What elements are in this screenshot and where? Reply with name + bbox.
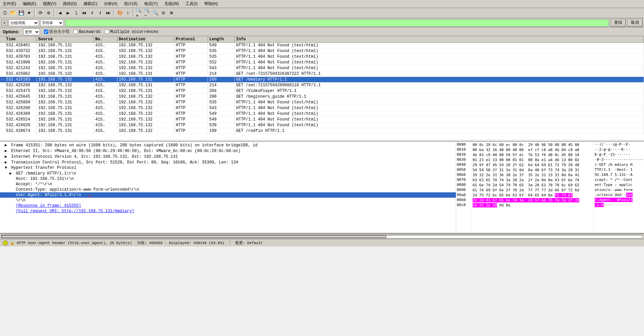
tb-layout[interactable]: ⊞ bbox=[168, 9, 175, 17]
range-select[interactable]: 宽窄 bbox=[23, 29, 40, 35]
tb-zoom-out[interactable]: 🔍− bbox=[144, 9, 151, 17]
case-sensitive-cb[interactable]: 区分大小写 bbox=[44, 29, 69, 35]
hex-ascii-line: ation/x- www-form bbox=[595, 188, 643, 193]
ethernet-item[interactable]: ▶ Ethernet II, Src: VMware_40:96:50 (00:… bbox=[0, 148, 456, 154]
menu-file[interactable]: 文件(E) bbox=[1, 1, 17, 7]
col-proto[interactable]: Protocol bbox=[174, 36, 208, 42]
menu-analyze[interactable]: 分析(A) bbox=[103, 1, 119, 7]
menu-tools[interactable]: 工具(I) bbox=[184, 1, 199, 7]
tb-first[interactable]: ⏮ bbox=[80, 9, 88, 17]
col-source[interactable]: Source bbox=[37, 36, 94, 42]
horizontal-scrollbar[interactable] bbox=[1, 235, 643, 238]
menu-wireless[interactable]: 无线(W) bbox=[163, 1, 180, 7]
tb-save[interactable]: 💾 bbox=[17, 9, 25, 17]
packet-row[interactable]: ←532.425645192.168.75.131415…192.168.75.… bbox=[0, 94, 644, 100]
tcp-item[interactable]: ▶ Transmission Control Protocol, Src Por… bbox=[0, 159, 456, 165]
tb-capture-opts[interactable]: ⚙ bbox=[45, 9, 52, 17]
http-rn-item[interactable]: \r\n bbox=[0, 198, 456, 203]
tb-zoom-in[interactable]: 🔍+ bbox=[136, 9, 143, 17]
options-label: Options: bbox=[3, 30, 19, 34]
frame-item[interactable]: ▶ Frame 415351: 200 bytes on wire (1600 … bbox=[0, 142, 456, 148]
filter-input[interactable]: nmap bbox=[65, 19, 609, 27]
tb-forward[interactable]: ▶ bbox=[64, 9, 72, 17]
packet-row[interactable]: 532.420783192.168.75.131415…192.168.75.1… bbox=[0, 54, 644, 60]
packets-info: 分组: 459359 · Displayed: 430149 (93.6%) bbox=[137, 240, 224, 245]
packet-row[interactable]: 532.420732192.168.75.131415…192.168.75.1… bbox=[0, 48, 644, 54]
packet-row[interactable]: 532.425062192.168.75.132415…192.168.75.1… bbox=[0, 71, 644, 77]
tb-autoscroll[interactable]: ↕ bbox=[124, 9, 131, 17]
packet-row[interactable]: 532.426620192.168.75.131415…192.168.75.1… bbox=[0, 123, 644, 128]
http-accept-item[interactable]: Accept: */*\r\n bbox=[0, 182, 456, 187]
http-response-item[interactable]: [Response in frame: 415355] bbox=[0, 203, 456, 208]
http-host-item[interactable]: Host: 192.168.75.131\r\n bbox=[0, 176, 456, 182]
tb-open[interactable]: 📂 bbox=[9, 9, 17, 17]
profile-info: 配置: Default bbox=[235, 240, 263, 245]
packet-row[interactable]: 532.425475192.168.75.132415…192.168.75.1… bbox=[0, 88, 644, 94]
scroll-thumb[interactable] bbox=[2, 235, 386, 238]
packet-row[interactable]: 532.421242192.168.75.131415…192.168.75.1… bbox=[0, 65, 644, 71]
packet-row[interactable]: 532.428674192.168.75.131415…192.168.75.1… bbox=[0, 128, 644, 134]
menu-capture[interactable]: 捕获(C) bbox=[82, 1, 99, 7]
hex-ascii-line: r-Agent: Wfuzz/3 bbox=[595, 198, 643, 203]
red-arrow-annotation: → bbox=[87, 192, 92, 200]
tb-new[interactable]: 🗋 bbox=[1, 9, 9, 17]
tb-sep3 bbox=[113, 9, 115, 17]
backwards-cb[interactable]: Backwards bbox=[73, 30, 101, 34]
hex-ascii-line: K·@·P_·{S······· bbox=[595, 152, 643, 157]
col-len[interactable]: Length bbox=[208, 36, 235, 42]
packet-row[interactable]: 532.426209192.168.75.131415…192.168.75.1… bbox=[0, 105, 644, 111]
tb-next[interactable]: ⬇ bbox=[97, 9, 104, 17]
menu-view[interactable]: 视图(V) bbox=[42, 1, 58, 7]
hex-offset-line: 0070 bbox=[457, 178, 470, 183]
ip-item[interactable]: ▶ Internet Protocol Version 4, Src: 192.… bbox=[0, 154, 456, 159]
status-text: HTTP User-Agent header (http.user_agent)… bbox=[17, 241, 132, 245]
packet-row[interactable]: 532.426524192.168.75.131415…192.168.75.1… bbox=[0, 117, 644, 123]
status-bar: 🔒 HTTP User-Agent header (http.user_agen… bbox=[0, 239, 644, 246]
hex-value-line: 65 6e 74 2d 54 79 70 65 3a 20 61 70 70 6… bbox=[473, 183, 592, 188]
tb-back[interactable]: ◀ bbox=[56, 9, 64, 17]
hex-ascii-line: TTP/1.1· ·Host: 1 bbox=[595, 167, 643, 173]
tb-reload[interactable]: ⟳ bbox=[37, 9, 44, 17]
hex-ascii-line: ccept: * /*··Cont bbox=[595, 178, 643, 183]
multiple-occurrences-cb[interactable]: Multiple occurrences bbox=[105, 30, 158, 34]
tb-goto[interactable]: ⤵ bbox=[72, 9, 80, 17]
http-content-type-item[interactable]: Content-Type: application/x-www-form-url… bbox=[0, 187, 456, 192]
filter-string-select[interactable]: 字符串 bbox=[40, 19, 64, 26]
col-no[interactable]: No. bbox=[94, 36, 117, 42]
filter-type-select[interactable]: 分组详情 bbox=[9, 19, 39, 26]
tb-resize[interactable]: ⊡ bbox=[160, 9, 167, 17]
middle-pane: ▶ Frame 415351: 200 bytes on wire (1600 … bbox=[0, 142, 644, 232]
menu-help[interactable]: 帮助(H) bbox=[203, 1, 219, 7]
tb-prev[interactable]: ⬆ bbox=[89, 9, 96, 17]
col-dest[interactable]: Destination bbox=[117, 36, 174, 42]
menu-edit[interactable]: 编辑(E) bbox=[21, 1, 38, 7]
filter-close-btn[interactable]: ✕ bbox=[1, 20, 7, 26]
packet-row[interactable]: 532.426309192.168.75.131415…192.168.75.1… bbox=[0, 111, 644, 117]
packet-row[interactable]: 532.420461192.168.75.131415…192.168.75.1… bbox=[0, 43, 644, 48]
tb-last[interactable]: ⏭ bbox=[105, 9, 112, 17]
http-useragent-item[interactable]: User-Agent: Wfuzz/3.1.0\r\n → bbox=[0, 192, 456, 198]
menu-goto[interactable]: 跳转(G) bbox=[62, 1, 78, 7]
http-get-item[interactable]: ▶ GET /bmdiary HTTP/1.1\r\n bbox=[0, 171, 456, 176]
http-fulluri-item[interactable]: [Full request URI: http://192.168.75.131… bbox=[0, 208, 456, 214]
packet-row[interactable]: 532.425899192.168.75.131415…192.168.75.1… bbox=[0, 100, 644, 105]
col-info[interactable]: Info bbox=[235, 36, 644, 42]
tb-zoom-normal[interactable]: 🔍 bbox=[152, 9, 159, 17]
packet-row[interactable]: →532.425183192.168.75.132415…192.168.75.… bbox=[0, 77, 644, 83]
cancel-button[interactable]: 取消 bbox=[627, 19, 643, 27]
menu-phone[interactable]: 电话(Y) bbox=[143, 1, 159, 7]
menu-stats[interactable]: 统计(S) bbox=[123, 1, 139, 7]
hex-offset-line: 00a0 bbox=[457, 193, 470, 198]
hex-offset-line: 0080 bbox=[457, 183, 470, 188]
tb-sep4 bbox=[133, 9, 134, 17]
find-button[interactable]: 查找 bbox=[610, 19, 626, 27]
hex-value-line: 61 74 69 6f 6e 2f 78 2d 77 77 77 2d 66 6… bbox=[473, 188, 592, 193]
tb-colorize[interactable]: 🎨 bbox=[116, 9, 123, 17]
tb-close[interactable]: ✖ bbox=[25, 9, 33, 17]
hex-ascii-line: ··)l`···)@·P··E· bbox=[595, 142, 643, 147]
col-time[interactable]: Time bbox=[0, 36, 37, 42]
http-item[interactable]: ▼ Hypertext Transfer Protocol bbox=[0, 165, 456, 171]
packet-rows: 532.420461192.168.75.131415…192.168.75.1… bbox=[0, 43, 644, 134]
packet-row[interactable]: 532.421009192.168.75.131415…192.168.75.1… bbox=[0, 60, 644, 65]
packet-row[interactable]: 532.425298192.168.75.132415…192.168.75.1… bbox=[0, 83, 644, 88]
